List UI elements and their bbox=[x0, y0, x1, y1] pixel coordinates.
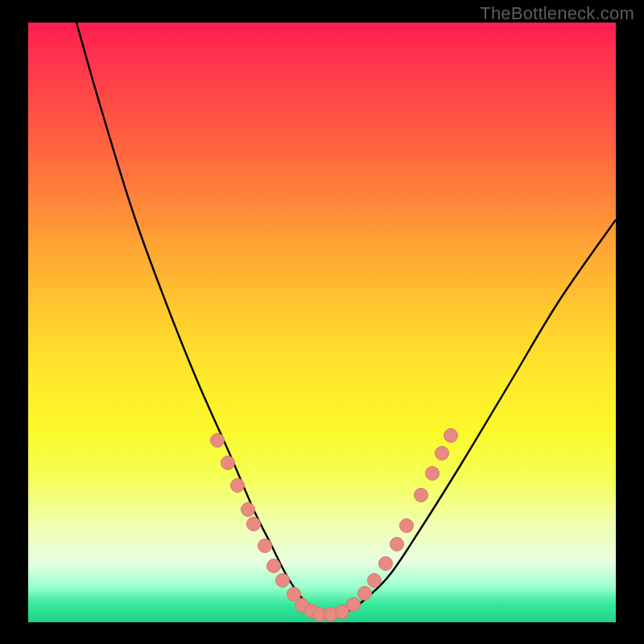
watermark-text: TheBottleneck.com bbox=[480, 3, 634, 24]
data-marker bbox=[426, 467, 440, 481]
chart-frame: TheBottleneck.com bbox=[0, 0, 644, 644]
curve-group bbox=[76, 23, 616, 614]
bottleneck-curve bbox=[76, 23, 616, 614]
plot-area bbox=[28, 23, 616, 622]
curve-markers bbox=[211, 429, 458, 621]
data-marker bbox=[267, 559, 281, 573]
data-marker bbox=[276, 574, 290, 588]
bottleneck-curve-svg bbox=[28, 23, 616, 622]
data-marker bbox=[390, 538, 404, 551]
data-marker bbox=[347, 598, 361, 612]
data-marker bbox=[436, 447, 449, 460]
data-marker bbox=[287, 588, 301, 601]
data-marker bbox=[368, 574, 382, 588]
data-marker bbox=[444, 429, 458, 443]
data-marker bbox=[400, 519, 414, 533]
data-marker bbox=[247, 518, 261, 531]
data-marker bbox=[211, 434, 225, 448]
data-marker bbox=[258, 539, 272, 553]
data-marker bbox=[242, 503, 255, 517]
data-marker bbox=[221, 456, 235, 470]
data-marker bbox=[415, 489, 428, 502]
data-marker bbox=[379, 557, 393, 571]
data-marker bbox=[231, 479, 245, 493]
data-marker bbox=[358, 587, 372, 601]
